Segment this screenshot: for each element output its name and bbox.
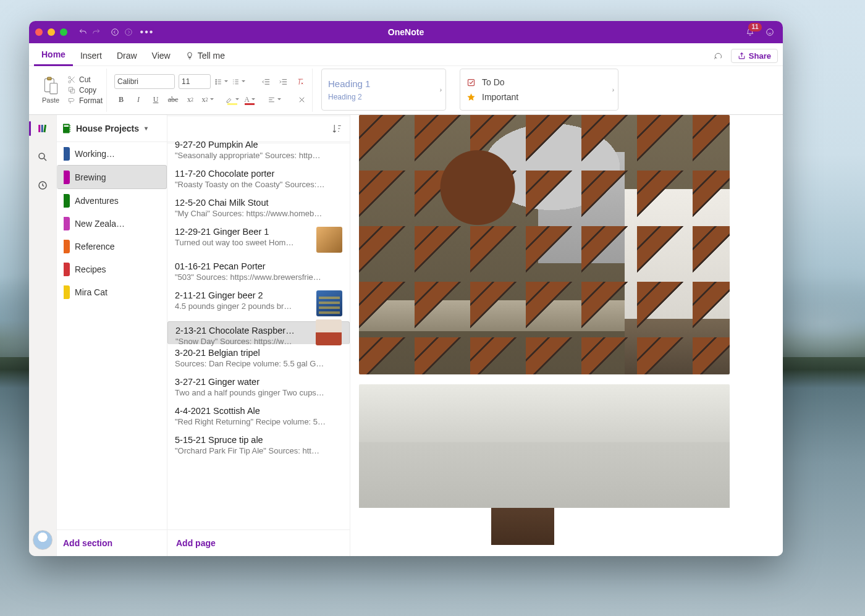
- section-color-tab: [64, 285, 70, 299]
- page-item[interactable]: 12-29-21 Ginger Beer 1Turned out way too…: [167, 223, 350, 258]
- tab-draw[interactable]: Draw: [109, 46, 145, 65]
- page-item[interactable]: 3-20-21 Belgian tripelSources: Dan Recip…: [167, 344, 350, 373]
- section-item[interactable]: Working…: [57, 142, 167, 165]
- paste-button[interactable]: Paste: [36, 77, 65, 104]
- titlebar: ••• OneNote 11: [29, 21, 783, 43]
- page-item[interactable]: 12-5-20 Chai Milk Stout"My Chai" Sources…: [167, 194, 350, 223]
- tags-gallery[interactable]: To Do Important ›: [460, 69, 618, 111]
- sort-pages-button[interactable]: [330, 108, 344, 122]
- clipboard-icon: [43, 77, 59, 95]
- bullets-button[interactable]: [214, 75, 228, 88]
- style-heading1: Heading 1: [328, 78, 439, 89]
- subscript-button[interactable]: x2: [184, 93, 197, 106]
- svg-point-11: [216, 81, 217, 82]
- page-item[interactable]: 11-7-20 Chocolate porter"Roasty Toasty o…: [167, 165, 350, 194]
- underline-button[interactable]: U: [149, 93, 162, 106]
- embedded-image[interactable]: [359, 384, 730, 545]
- workspace: House Projects ▾ Working…BrewingAdventur…: [29, 115, 783, 556]
- svg-point-12: [216, 83, 217, 84]
- superscript-button[interactable]: x2: [201, 93, 214, 106]
- indent-button[interactable]: [276, 75, 290, 88]
- font-family-select[interactable]: [114, 74, 175, 89]
- strikethrough-button[interactable]: abc: [166, 93, 180, 106]
- section-item[interactable]: Recipes: [57, 258, 167, 281]
- clear-formatting-button[interactable]: [293, 75, 307, 88]
- more-button[interactable]: •••: [140, 25, 154, 39]
- notifications-button[interactable]: 11: [743, 25, 757, 39]
- section-label: Brewing: [75, 172, 106, 182]
- numbering-button[interactable]: [232, 75, 245, 88]
- rail-search[interactable]: [34, 148, 51, 166]
- page-item[interactable]: 4-4-2021 Scottish Ale"Red Right Returnin…: [167, 402, 350, 431]
- tell-me-label: Tell me: [198, 51, 225, 61]
- align-button[interactable]: [268, 93, 281, 106]
- minimize-window[interactable]: [48, 28, 55, 36]
- note-canvas[interactable]: [350, 115, 783, 556]
- page-item[interactable]: 01-16-21 Pecan Porter"503" Sources: http…: [167, 258, 350, 287]
- app-window: ••• OneNote 11 Home Insert Draw View Tel…: [29, 21, 783, 556]
- sync-status-icon[interactable]: [711, 49, 725, 63]
- svg-rect-4: [48, 77, 51, 80]
- rail-recent[interactable]: [34, 177, 51, 194]
- checkbox-icon: [466, 78, 476, 87]
- share-label: Share: [749, 51, 771, 61]
- highlight-button[interactable]: [226, 93, 239, 106]
- star-icon: [466, 93, 476, 102]
- nav-back-button[interactable]: [108, 25, 122, 39]
- font-color-button[interactable]: A: [243, 93, 256, 106]
- section-item[interactable]: Reference: [57, 235, 167, 258]
- page-snippet: "503" Sources: https://www.brewersfrie…: [175, 272, 342, 282]
- styles-gallery[interactable]: Heading 1 Heading 2 ›: [321, 69, 446, 111]
- nav-forward-button[interactable]: [122, 25, 135, 39]
- notebook-icon: [62, 123, 72, 134]
- page-item[interactable]: 5-15-21 Spruce tip ale"Orchard Park Fir …: [167, 431, 350, 460]
- svg-rect-16: [43, 125, 46, 132]
- page-title: 11-7-20 Chocolate porter: [175, 169, 342, 179]
- section-item[interactable]: Mira Cat: [57, 281, 167, 303]
- section-list: Working…BrewingAdventuresNew Zeala…Refer…: [57, 142, 167, 530]
- embedded-image[interactable]: [359, 115, 730, 374]
- outdent-button[interactable]: [259, 75, 272, 88]
- undo-button[interactable]: [76, 25, 90, 39]
- tag-todo[interactable]: To Do: [466, 75, 606, 90]
- page-item[interactable]: 2-11-21 Ginger beer 24.5 pounds ginger 2…: [167, 287, 350, 321]
- tab-insert[interactable]: Insert: [73, 46, 109, 65]
- page-item[interactable]: 3-27-21 Ginger waterTwo and a half pound…: [167, 373, 350, 402]
- fullscreen-window[interactable]: [60, 28, 67, 36]
- tab-home[interactable]: Home: [34, 44, 73, 66]
- page-item[interactable]: 2-13-21 Chocolate Raspber…"Snow Day" Sou…: [167, 321, 350, 344]
- tell-me-search[interactable]: Tell me: [178, 46, 232, 65]
- page-title: 12-29-21 Ginger Beer 1: [175, 227, 311, 237]
- bold-button[interactable]: B: [114, 93, 128, 106]
- close-window[interactable]: [35, 28, 43, 36]
- account-avatar[interactable]: [33, 530, 53, 550]
- share-button[interactable]: Share: [731, 49, 778, 63]
- ribbon: Paste Cut Copy Format: [29, 66, 783, 115]
- feedback-smile-button[interactable]: [763, 25, 777, 39]
- italic-button[interactable]: I: [132, 93, 145, 106]
- redo-button[interactable]: [90, 25, 103, 39]
- page-thumbnail: [316, 227, 342, 253]
- sort-pages-button[interactable]: [331, 123, 342, 137]
- page-title: 2-11-21 Ginger beer 2: [175, 290, 311, 300]
- section-item[interactable]: Brewing: [57, 165, 167, 189]
- svg-rect-14: [38, 125, 40, 132]
- format-painter-button[interactable]: Format: [67, 96, 103, 105]
- cut-button[interactable]: Cut: [67, 75, 103, 84]
- delete-button[interactable]: [295, 93, 308, 106]
- window-controls: [35, 28, 67, 36]
- svg-point-6: [69, 77, 71, 79]
- page-item[interactable]: 9-27-20 Pumpkin Ale"Seasonally appropria…: [167, 143, 350, 165]
- page-list: 9-27-20 Pumpkin Ale"Seasonally appropria…: [167, 116, 350, 530]
- notebook-picker[interactable]: House Projects ▾: [57, 115, 177, 142]
- copy-button[interactable]: Copy: [67, 86, 103, 95]
- sort-icon: [331, 123, 342, 134]
- rail-notebooks[interactable]: [34, 120, 51, 137]
- add-section-button[interactable]: Add section: [57, 530, 167, 556]
- section-item[interactable]: Adventures: [57, 189, 167, 212]
- add-page-button[interactable]: Add page: [167, 530, 350, 556]
- section-item[interactable]: New Zeala…: [57, 212, 167, 235]
- tag-important[interactable]: Important: [466, 90, 606, 104]
- font-size-select[interactable]: [179, 74, 211, 89]
- tab-view[interactable]: View: [145, 46, 178, 65]
